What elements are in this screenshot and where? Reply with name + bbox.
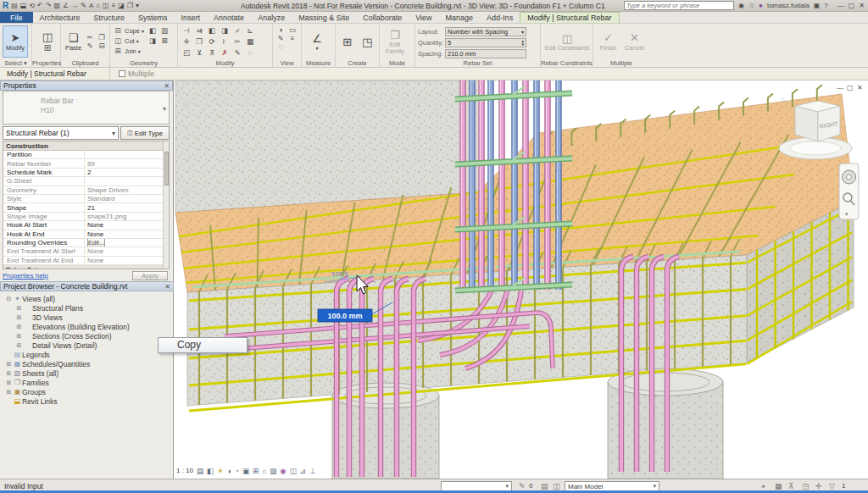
properties-palette-button[interactable]: ◫⊞ [35, 25, 60, 58]
panel-select-label[interactable]: Select ▾ [0, 59, 31, 67]
minimize-icon[interactable]: — [837, 2, 844, 9]
browser-item-families[interactable]: ⊞❐Families [0, 378, 174, 387]
print-icon[interactable]: ▥ [53, 2, 60, 10]
tab-view[interactable]: View [409, 12, 438, 23]
expander-icon[interactable]: ⊞ [15, 324, 23, 330]
create-similar-button[interactable]: ◳ [359, 25, 377, 58]
property-value[interactable]: None [85, 221, 169, 229]
browser-item-schedules-quantities[interactable]: ⊞▦Schedules/Quantities [0, 359, 174, 368]
edit-constraints-button[interactable]: ◫Edit Constraints [543, 25, 591, 58]
browser-item-elevations-building-elevation-[interactable]: ⊞Elevations (Building Elevation) [0, 322, 174, 331]
expander-icon[interactable]: ⊞ [5, 370, 13, 377]
filter-icon[interactable]: ▽ [829, 482, 835, 490]
view-override-icon[interactable]: ✎ [275, 34, 286, 42]
drag-on-selection-icon[interactable]: ✛ [815, 482, 822, 490]
join-geometry-button[interactable]: Join [125, 47, 136, 55]
view-close-icon[interactable]: ✕ [857, 84, 863, 91]
navbar-chevron-icon[interactable]: ▾ [845, 211, 849, 217]
browser-item-views-all-[interactable]: ⊟⌖Views (all) [0, 294, 174, 303]
view-visibility-icon[interactable]: ◑ [275, 25, 286, 34]
delete-icon[interactable]: ✗ [219, 48, 231, 58]
browser-item-sections-cross-section-[interactable]: ⊞Sections (Cross Section) [0, 331, 174, 341]
match-type-icon[interactable]: ✎ [85, 42, 95, 50]
properties-scrollbar[interactable] [163, 141, 169, 269]
sun-path-icon[interactable]: ☀ [217, 467, 224, 475]
pin-icon[interactable]: ⊻ [193, 48, 205, 58]
split-gap-icon[interactable]: ✂ [231, 37, 243, 47]
edit-overrides-button[interactable]: Edit... [87, 239, 105, 246]
properties-help-link[interactable]: Properties help [3, 272, 48, 280]
paint-icon[interactable]: ◨ [147, 36, 158, 45]
wall-opening-icon[interactable]: ◧ [147, 26, 158, 35]
switch-windows-icon[interactable]: ❐ [127, 2, 133, 10]
close-browser-icon[interactable]: ✕ [164, 283, 170, 291]
tab-annotate[interactable]: Annotate [207, 12, 251, 23]
finish-button[interactable]: ✓Finish [596, 25, 620, 58]
view-linework-icon[interactable]: ≡ [287, 34, 298, 42]
quick-access-toolbar[interactable]: R▤⬓⟲↶↷▥∠↔✎A⌂◫≡◪❐▾ [0, 2, 139, 10]
array-icon[interactable]: ▦ [244, 37, 256, 47]
user-name[interactable]: tomasz.fudala [767, 2, 810, 9]
navigation-bar[interactable]: ▾ [839, 163, 859, 219]
expander-icon[interactable]: ⊞ [15, 314, 23, 321]
show-analytical-icon[interactable]: ⊿ [300, 467, 306, 475]
show-crop-region-icon[interactable]: ⊞ [253, 467, 259, 475]
clipboard-extra-icon[interactable]: ⊟ [97, 42, 107, 50]
view-window-controls[interactable]: —▢✕ [837, 84, 863, 91]
section-icon[interactable]: ◫ [103, 2, 109, 10]
type-selector[interactable]: Rebar Bar H10 ▾ [3, 91, 170, 125]
customize-qat-icon[interactable]: ▾ [136, 2, 139, 10]
modify-tool-button[interactable]: ➤Modify [3, 25, 28, 58]
close-properties-icon[interactable]: ✕ [164, 82, 170, 90]
restore-icon[interactable]: ▢ [849, 2, 855, 9]
sign-in-icon[interactable]: ☆ [748, 2, 754, 9]
dim-selected-text[interactable]: 100.0 mm [327, 312, 362, 320]
apply-button[interactable]: Apply [132, 271, 168, 280]
cope-button[interactable]: Cope [125, 27, 140, 35]
property-value[interactable]: None [85, 230, 169, 238]
rotate-icon[interactable]: ⟳ [206, 37, 218, 47]
dim-text[interactable]: 100.0 [331, 270, 349, 278]
browser-item-groups[interactable]: ⊞▣Groups [0, 387, 174, 396]
undo-icon[interactable]: ↶ [37, 2, 43, 10]
create-group-button[interactable]: ⊞ [338, 25, 357, 58]
thin-lines-icon[interactable]: ≡ [112, 2, 116, 10]
measure-button[interactable]: ∠▾ [304, 25, 330, 58]
copy-to-clipboard-icon[interactable]: ❐ [97, 33, 107, 42]
close-icon[interactable]: ✕ [859, 2, 865, 9]
property-value[interactable]: Standard [85, 195, 169, 202]
active-option-icon[interactable]: ◫ [553, 482, 560, 490]
store-icon[interactable]: ▣ [814, 2, 821, 9]
tab-architecture[interactable]: Architecture [33, 12, 87, 23]
expander-icon[interactable]: ⊞ [15, 333, 23, 340]
select-underlay-icon[interactable]: ▦ [775, 482, 782, 490]
spinner-arrows-icon[interactable]: ▴▾ [521, 39, 524, 46]
design-options-icon[interactable]: ▤ [541, 482, 548, 490]
browser-item-structural-plans[interactable]: ⊞Structural Plans [0, 303, 174, 313]
select-pinned-icon[interactable]: ⊼ [788, 482, 794, 490]
close-hidden-windows-icon[interactable]: ◪ [118, 2, 125, 10]
property-value[interactable]: None [85, 247, 169, 255]
browser-item-3d-views[interactable]: ⊞3D Views [0, 313, 174, 322]
demolish-icon[interactable]: ⊠ [159, 36, 170, 45]
mirror-pick-axis-icon[interactable]: ◧ [206, 26, 218, 36]
help-icon[interactable]: ? [824, 2, 827, 9]
trim-extend-corner-icon[interactable]: ⊾ [244, 26, 256, 36]
redo-icon[interactable]: ↷ [46, 2, 52, 10]
expander-icon[interactable]: ⊞ [15, 342, 23, 349]
expander-icon[interactable]: ⊞ [5, 379, 13, 386]
expander-icon[interactable]: ⊞ [5, 361, 13, 368]
browser-item-legends[interactable]: ▤Legends [0, 350, 174, 359]
edit-type-button[interactable]: ◫Edit Type [120, 126, 170, 140]
tab-manage[interactable]: Manage [439, 12, 481, 23]
beam-icon[interactable]: ▥ [159, 26, 170, 35]
tag-icon[interactable]: ✎ [81, 2, 86, 10]
search-go-icon[interactable]: ◉ [738, 2, 744, 9]
activate-controls-icon[interactable]: ◌ [244, 48, 256, 58]
property-value[interactable]: 89 [85, 160, 169, 168]
show-constraints-icon[interactable]: ⊥ [309, 467, 315, 475]
layout-select[interactable]: Number with Spacing▾ [445, 27, 526, 36]
search-input[interactable] [624, 1, 734, 10]
expander-icon[interactable]: ⊟ [5, 296, 13, 302]
tab-modify-structural-rebar[interactable]: Modify | Structural Rebar [520, 12, 619, 23]
